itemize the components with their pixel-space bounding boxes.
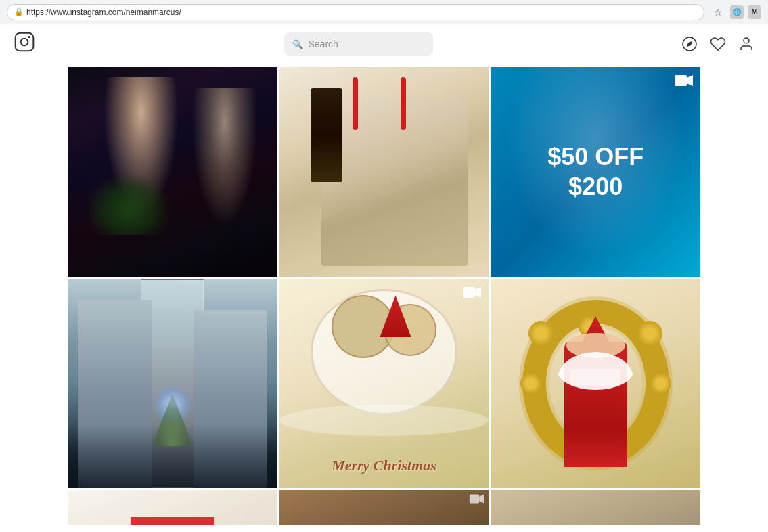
post-grid: $50 OFF $200 xyxy=(68,67,700,488)
video-badge-cookies xyxy=(463,286,482,299)
post-rockefeller[interactable] xyxy=(68,279,277,489)
main-content: $50 OFF $200 xyxy=(0,64,768,525)
instagram-logo[interactable] xyxy=(14,31,35,57)
profile-icon[interactable] xyxy=(738,36,754,52)
necklace xyxy=(85,172,173,235)
partial-post-3[interactable] xyxy=(491,490,700,525)
svg-marker-9 xyxy=(475,287,481,298)
svg-rect-0 xyxy=(16,33,34,51)
partial-post-1[interactable] xyxy=(68,490,277,525)
browser-chrome: 🔒 https://www.instagram.com/neimanmarcus… xyxy=(0,0,768,24)
partial-decor-bg xyxy=(491,490,700,525)
merry-christmas-text: Merry Christmas xyxy=(279,457,489,474)
browser-actions: ☆ 🌐 M xyxy=(710,4,761,20)
svg-rect-8 xyxy=(463,287,475,298)
wreath-dot-3 xyxy=(637,321,662,346)
bookmark-icon[interactable]: ☆ xyxy=(710,4,726,20)
partial-row xyxy=(68,490,700,525)
wreath-dot-1 xyxy=(528,321,554,346)
promo-line2: $200 xyxy=(568,173,623,200)
post-fashion-couple[interactable] xyxy=(68,67,277,277)
bag-handle-left xyxy=(353,77,358,129)
heart-icon[interactable] xyxy=(710,36,726,52)
man-face xyxy=(183,88,267,256)
search-icon: 🔍 xyxy=(292,39,303,49)
address-bar[interactable]: 🔒 https://www.instagram.com/neimanmarcus… xyxy=(7,4,704,20)
extension-1-icon[interactable]: 🌐 xyxy=(730,5,744,19)
powdered-sugar xyxy=(279,405,489,436)
svg-point-5 xyxy=(744,38,749,43)
partial-video-badge xyxy=(469,493,485,507)
explore-icon[interactable] xyxy=(681,36,698,52)
bag-body xyxy=(321,98,468,266)
promo-overlay: $50 OFF $200 xyxy=(491,67,700,277)
wreath-dot-5 xyxy=(520,373,541,394)
svg-point-1 xyxy=(21,39,28,46)
url-text: https://www.instagram.com/neimanmarcus/ xyxy=(26,7,181,17)
lock-icon: 🔒 xyxy=(14,7,24,16)
nm-logo xyxy=(570,369,620,386)
champagne-bottle xyxy=(311,88,342,182)
svg-marker-4 xyxy=(687,41,692,47)
svg-point-2 xyxy=(29,37,30,37)
post-luxury-bag[interactable] xyxy=(279,67,489,277)
bag-handle-right xyxy=(401,77,406,129)
promo-line1: $50 OFF xyxy=(547,143,643,171)
post-promo[interactable]: $50 OFF $200 xyxy=(491,67,700,277)
post-cookies[interactable]: Merry Christmas xyxy=(279,279,489,489)
wreath-dot-4 xyxy=(650,373,671,394)
nav-icons xyxy=(681,36,754,52)
instagram-header: 🔍 Search xyxy=(0,24,768,64)
svg-rect-10 xyxy=(470,495,479,504)
partial-post-2[interactable] xyxy=(279,490,489,525)
svg-marker-11 xyxy=(480,495,484,504)
search-bar[interactable]: 🔍 Search xyxy=(284,32,433,56)
extension-2-icon[interactable]: M xyxy=(748,5,761,19)
partial-santa xyxy=(131,517,214,525)
search-placeholder: Search xyxy=(309,39,338,49)
post-santa-wreath[interactable] xyxy=(491,279,700,489)
